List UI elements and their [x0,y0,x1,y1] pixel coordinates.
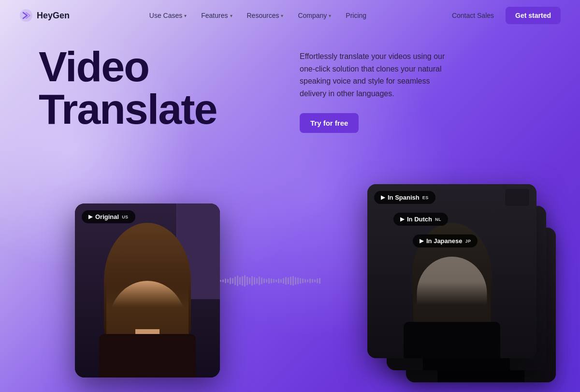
japanese-card-label: ▶ In Japanese JP [413,234,478,247]
nav-links: Use Cases ▾ Features ▾ Resources ▾ Compa… [144,9,372,22]
original-card-label: ▶ Original US [82,210,135,223]
chevron-down-icon: ▾ [281,13,283,18]
nav-resources[interactable]: Resources ▾ [241,9,290,22]
chevron-down-icon: ▾ [329,13,331,18]
nav-right: Contact Sales Get started [446,7,561,24]
try-free-button[interactable]: Try for free [300,113,359,133]
spanish-video-content [367,184,536,358]
person-body [99,334,196,377]
hero-title-area: Video Translate [39,45,290,133]
spanish-video-card[interactable]: ▶ In Spanish ES [367,184,536,358]
spanish-card-label: ▶ In Spanish ES [374,191,435,204]
es-person-body [404,322,500,358]
chevron-down-icon: ▾ [184,13,187,18]
play-icon: ▶ [381,194,385,201]
chevron-down-icon: ▾ [230,13,232,18]
get-started-button[interactable]: Get started [506,7,561,24]
play-icon: ▶ [420,238,423,244]
nav-use-cases[interactable]: Use Cases ▾ [144,9,192,22]
heygen-logo-icon [19,9,33,22]
dutch-card-label: ▶ In Dutch NL [393,213,448,226]
original-video-content [75,203,220,377]
navigation: HeyGen Use Cases ▾ Features ▾ Resources … [0,0,580,31]
hero-title: Video Translate [39,45,290,131]
hero-content-area: Effortlessly translate your videos using… [290,45,561,133]
translated-cards-stack: ▶ In Japanese JP ▶ In Dutch NL [367,189,556,382]
brand-name: HeyGen [37,11,70,21]
play-icon: ▶ [88,214,92,220]
contact-sales-link[interactable]: Contact Sales [446,9,500,22]
brand-logo[interactable]: HeyGen [19,9,70,22]
original-video-card[interactable]: ▶ Original US [75,203,220,377]
play-icon: ▶ [400,216,404,222]
video-cards-area: ▶ Original US ▶ In Japanese JP [0,189,580,392]
nav-company[interactable]: Company ▾ [292,9,337,22]
nav-pricing[interactable]: Pricing [340,9,372,22]
audio-waveform [220,274,302,288]
nav-features[interactable]: Features ▾ [195,9,238,22]
hero-description: Effortlessly translate your videos using… [300,50,454,100]
hero-section: Video Translate Effortlessly translate y… [0,31,580,133]
